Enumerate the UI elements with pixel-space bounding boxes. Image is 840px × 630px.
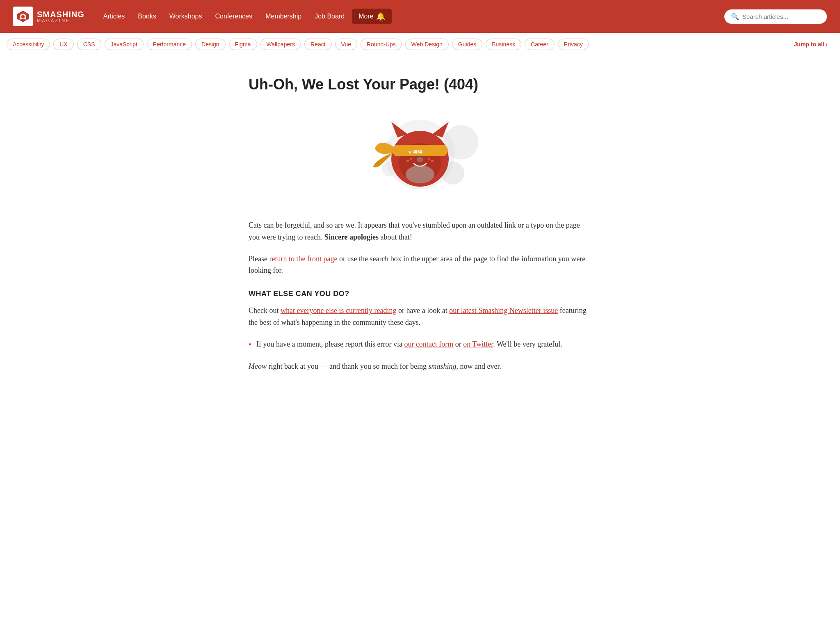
svg-point-13 xyxy=(406,160,409,162)
svg-point-12 xyxy=(417,157,423,162)
bullet-list: • If you have a moment, please report th… xyxy=(249,338,591,351)
tag-javascript[interactable]: JavaScript xyxy=(105,39,144,50)
svg-text:404: 404 xyxy=(413,148,422,155)
body-p3-middle: or have a look at xyxy=(396,306,449,315)
logo-magazine-label: MAGAZINE xyxy=(37,18,84,23)
tag-ux[interactable]: UX xyxy=(53,39,73,50)
bell-icon: 🔔 xyxy=(376,12,385,21)
category-tags: Accessibility UX CSS JavaScript Performa… xyxy=(7,33,785,56)
tag-wallpapers[interactable]: Wallpapers xyxy=(260,39,301,50)
nav-conferences[interactable]: Conferences xyxy=(209,9,258,23)
bullet-prefix: If you have a moment, please report this… xyxy=(256,340,404,348)
bullet-end: . We'll be very grateful. xyxy=(493,340,562,348)
body-paragraph-3: Check out what everyone else is currentl… xyxy=(249,305,591,329)
nav-more[interactable]: More 🔔 xyxy=(352,9,391,24)
newsletter-link[interactable]: our latest Smashing Newsletter issue xyxy=(449,306,558,315)
body-p1-text: Cats can be forgetful, and so are we. It… xyxy=(249,221,580,241)
contact-form-link[interactable]: our contact form xyxy=(404,340,453,348)
tag-design[interactable]: Design xyxy=(195,39,226,50)
tag-privacy[interactable]: Privacy xyxy=(558,39,589,50)
svg-point-16 xyxy=(428,158,430,160)
logo-text: SMASHING MAGAZINE xyxy=(37,10,84,23)
svg-point-20 xyxy=(406,165,434,183)
body-p1-end: about that! xyxy=(379,233,412,241)
logo[interactable]: SMASHING MAGAZINE xyxy=(13,7,84,26)
return-front-page-link[interactable]: return to the front page xyxy=(269,255,337,263)
svg-point-15 xyxy=(431,160,434,162)
body-paragraph-1: Cats can be forgetful, and so are we. It… xyxy=(249,219,591,243)
closing-end: , now and ever. xyxy=(456,362,501,370)
currently-reading-link[interactable]: what everyone else is currently reading xyxy=(281,306,396,315)
bullet-dot: • xyxy=(249,338,251,351)
site-header: SMASHING MAGAZINE Articles Books Worksho… xyxy=(0,0,840,33)
mascot-container: ★ ★ ★ 404 xyxy=(249,110,591,200)
what-else-heading: WHAT ELSE CAN YOU DO? xyxy=(249,290,591,298)
body-p1-bold: Sincere apologies xyxy=(324,233,379,241)
tag-web-design[interactable]: Web Design xyxy=(405,39,449,50)
tag-career[interactable]: Career xyxy=(525,39,555,50)
category-bar: Accessibility UX CSS JavaScript Performa… xyxy=(0,33,840,56)
jump-to-all[interactable]: Jump to all › xyxy=(788,39,833,50)
nav-workshops[interactable]: Workshops xyxy=(164,9,208,23)
tag-accessibility[interactable]: Accessibility xyxy=(7,39,50,50)
mascot-illustration: ★ ★ ★ 404 xyxy=(354,110,486,200)
tag-round-ups[interactable]: Round-Ups xyxy=(361,39,402,50)
main-content: Uh-Oh, We Lost Your Page! (404) xyxy=(235,56,605,405)
body-p3-prefix: Check out xyxy=(249,306,281,315)
tag-figma[interactable]: Figma xyxy=(229,39,257,50)
bullet-item: • If you have a moment, please report th… xyxy=(249,338,591,351)
tag-guides[interactable]: Guides xyxy=(452,39,482,50)
bullet-middle: or xyxy=(453,340,463,348)
svg-point-0 xyxy=(21,15,25,18)
main-nav: Articles Books Workshops Conferences Mem… xyxy=(98,9,724,24)
search-icon: 🔍 xyxy=(731,13,739,21)
nav-job-board[interactable]: Job Board xyxy=(309,9,350,23)
tag-business[interactable]: Business xyxy=(486,39,521,50)
tag-performance[interactable]: Performance xyxy=(147,39,192,50)
bullet-text: If you have a moment, please report this… xyxy=(256,338,562,351)
closing-italic-2: smashing xyxy=(428,362,456,370)
twitter-link[interactable]: on Twitter xyxy=(463,340,493,348)
search-input[interactable] xyxy=(742,13,820,20)
svg-point-14 xyxy=(410,158,412,160)
logo-icon xyxy=(13,7,33,26)
logo-smashing-label: SMASHING xyxy=(37,10,84,18)
tag-react[interactable]: React xyxy=(304,39,332,50)
nav-articles[interactable]: Articles xyxy=(98,9,130,23)
search-box[interactable]: 🔍 xyxy=(724,9,827,24)
closing-paragraph: Meow right back at you — and thank you s… xyxy=(249,361,591,372)
nav-membership[interactable]: Membership xyxy=(260,9,307,23)
tag-css[interactable]: CSS xyxy=(77,39,101,50)
body-paragraph-2: Please return to the front page or use t… xyxy=(249,253,591,277)
body-p2-prefix: Please xyxy=(249,255,269,263)
page-title: Uh-Oh, We Lost Your Page! (404) xyxy=(249,76,591,93)
svg-point-2 xyxy=(444,125,478,160)
nav-books[interactable]: Books xyxy=(132,9,162,23)
tag-vue[interactable]: Vue xyxy=(335,39,357,50)
closing-text: right back at you — and thank you so muc… xyxy=(267,362,428,370)
closing-italic-1: Meow xyxy=(249,362,267,370)
more-label: More xyxy=(358,13,373,20)
